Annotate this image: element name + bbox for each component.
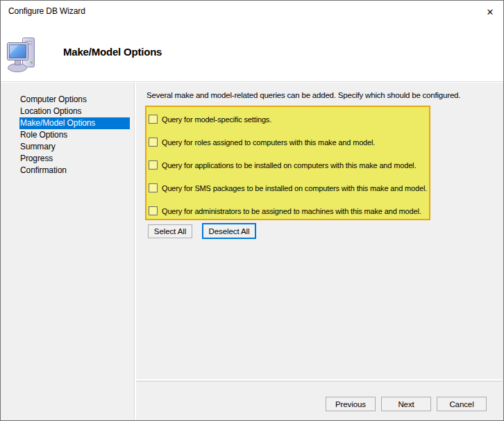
window-title: Configure DB Wizard [8, 6, 85, 16]
checkbox-label[interactable]: Query for administrators to be assigned … [162, 207, 421, 215]
sidebar-item-location-options[interactable]: Location Options [1, 106, 134, 117]
sidebar-nav: Computer Options Location Options Make/M… [1, 94, 134, 176]
sidebar-separator [134, 83, 136, 420]
close-icon: ✕ [487, 7, 494, 17]
close-button[interactable]: ✕ [481, 3, 499, 20]
sidebar-item-role-options[interactable]: Role Options [1, 129, 134, 141]
checkbox-row-administrators-assigned[interactable]: Query for administrators to be assigned … [146, 199, 429, 222]
checkbox-row-roles-assigned[interactable]: Query for roles assigned to computers wi… [146, 131, 429, 154]
checkbox-row-applications-installed[interactable]: Query for applications to be installed o… [146, 154, 429, 176]
computer-icon [6, 35, 38, 74]
deselect-all-button[interactable]: Deselect All [202, 223, 256, 239]
wizard-header: Configure DB Wizard ✕ [1, 1, 503, 82]
checkbox[interactable] [149, 138, 158, 147]
checkbox-label[interactable]: Query for roles assigned to computers wi… [162, 138, 375, 147]
previous-button[interactable]: Previous [326, 397, 376, 411]
page-title: Make/Model Options [63, 46, 162, 58]
cancel-button[interactable]: Cancel [437, 397, 487, 411]
sidebar-item-computer-options[interactable]: Computer Options [1, 94, 134, 106]
configure-db-wizard-window: Configure DB Wizard ✕ [0, 0, 504, 421]
highlight-overlay: Query for model-specific settings. Query… [145, 106, 430, 220]
sidebar-item-progress[interactable]: Progress [1, 153, 134, 165]
checkbox-row-model-specific[interactable]: Query for model-specific settings. [146, 108, 429, 131]
checkbox[interactable] [149, 206, 158, 215]
checkbox-label[interactable]: Query for applications to be installed o… [162, 161, 416, 170]
checkbox-row-sms-packages[interactable]: Query for SMS packages to be installed o… [146, 176, 429, 199]
checkbox[interactable] [149, 115, 158, 124]
checkbox-label[interactable]: Query for model-specific settings. [162, 115, 271, 124]
sidebar-item-summary[interactable]: Summary [1, 141, 134, 153]
select-all-button[interactable]: Select All [148, 224, 192, 238]
footer-separator [136, 379, 503, 381]
sidebar-item-confirmation[interactable]: Confirmation [1, 165, 134, 176]
next-button[interactable]: Next [381, 397, 431, 411]
checkbox[interactable] [149, 183, 158, 192]
checkbox-label[interactable]: Query for SMS packages to be installed o… [162, 184, 427, 192]
sidebar-item-make-model-options[interactable]: Make/Model Options [19, 117, 130, 129]
instruction-text: Several make and model-related queries c… [146, 91, 501, 99]
checkbox[interactable] [149, 160, 158, 170]
